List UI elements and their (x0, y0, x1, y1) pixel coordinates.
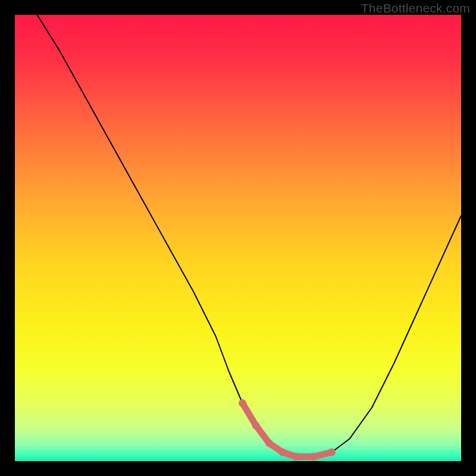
curve-layer (15, 15, 461, 461)
optimal-band-marker (252, 422, 260, 430)
optimal-band-marker (328, 449, 336, 456)
optimal-band-path (243, 403, 332, 457)
optimal-band-marker (292, 453, 300, 461)
optimal-band-marker (265, 440, 273, 447)
chart-frame: TheBottleneck.com (0, 0, 476, 476)
bottleneck-curve-path (37, 15, 462, 457)
watermark-label: TheBottleneck.com (361, 1, 470, 15)
plot-area (15, 15, 461, 461)
optimal-band-marker (310, 453, 318, 461)
optimal-band-marker (279, 449, 287, 456)
optimal-band-marker (239, 399, 246, 407)
